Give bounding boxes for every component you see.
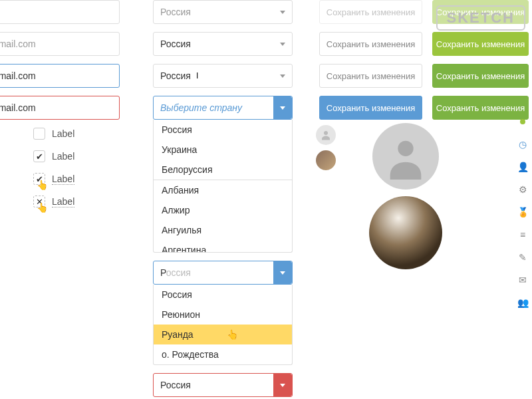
chevron-down-icon	[273, 96, 292, 119]
dropdown-item[interactable]: Россия	[154, 120, 292, 140]
avatar-photo-large[interactable]	[369, 196, 442, 269]
save-button-default2[interactable]: Сохранить изменения	[319, 64, 422, 88]
clock-icon[interactable]: ◷	[517, 139, 528, 150]
dropdown-item-hover[interactable]: Руанда👆	[154, 325, 292, 344]
save-button-disabled: Сохранить изменения	[319, 0, 422, 24]
user-icon[interactable]: 👤	[517, 162, 528, 172]
email-input-focused[interactable]	[0, 64, 120, 88]
pointer-cursor-icon: 👆	[227, 329, 238, 340]
avatar-list-small	[316, 120, 336, 176]
checkbox-label: Label	[52, 196, 74, 207]
select-error[interactable]: Россия	[153, 373, 293, 397]
chevron-down-icon	[273, 1, 292, 23]
checkbox-label: Label	[52, 151, 74, 162]
save-button-green[interactable]: Сохранить изменения	[432, 32, 529, 56]
chevron-down-icon	[273, 65, 292, 87]
gear-icon[interactable]: ⚙	[517, 184, 528, 195]
checkbox-hover-checked[interactable]: ✔ Label 👆	[0, 173, 120, 185]
select-default[interactable]: Россия	[153, 0, 293, 24]
avatar-photo-small[interactable]	[316, 150, 336, 170]
avatar-list-large	[369, 116, 442, 276]
email-input-error[interactable]	[0, 96, 120, 120]
dropdown-item[interactable]: Албания	[154, 180, 292, 200]
save-button-green-active[interactable]: Сохранить изменения	[432, 96, 529, 120]
select-value: Россия	[154, 70, 273, 81]
svg-point-0	[324, 131, 328, 135]
chevron-down-icon	[273, 261, 292, 284]
select-value: Россия	[154, 380, 273, 390]
text-input-empty[interactable]	[0, 0, 120, 24]
checkbox-box: ✕	[33, 196, 45, 207]
dropdown-filtered-list: Россия Реюнион Руанда👆 о. Рождества	[153, 285, 293, 365]
chevron-down-icon	[273, 33, 292, 55]
checkbox-box	[33, 128, 45, 140]
dropdown-country-list: Россия Украина Белоруссия Албания Алжир …	[153, 120, 293, 253]
dropdown-item[interactable]: Белоруссия	[154, 160, 292, 180]
icon-rail: ◷ 👤 ⚙ 🏅 ≡ ✎ ✉ 👥	[517, 116, 528, 320]
checkbox-checked[interactable]: ✔ Label	[0, 150, 120, 162]
checkbox-label: Label	[52, 128, 74, 139]
badge-icon[interactable]: 🏅	[517, 207, 528, 217]
select-placeholder: Выберите страну	[154, 102, 273, 113]
pencil-icon[interactable]: ✎	[517, 252, 528, 263]
select-value: Россия	[154, 267, 273, 278]
save-button-default[interactable]: Сохранить изменения	[319, 32, 422, 56]
chevron-down-icon	[273, 374, 292, 396]
checkbox-box: ✔	[33, 150, 45, 162]
user-icon	[382, 133, 429, 180]
svg-point-1	[398, 141, 413, 156]
avatar-placeholder-large[interactable]	[372, 123, 439, 190]
select-open-typed[interactable]: Россия	[153, 261, 293, 285]
dropdown-item[interactable]: Ангуилья	[154, 220, 292, 240]
select-editing[interactable]: Россия I	[153, 64, 293, 88]
status-dot-green	[517, 116, 528, 127]
menu-icon[interactable]: ≡	[517, 229, 528, 240]
dropdown-item[interactable]: о. Рождества	[154, 344, 292, 364]
user-icon	[320, 129, 332, 141]
dropdown-item[interactable]: Россия	[154, 285, 292, 305]
save-button-green-hover[interactable]: Сохранить изменения	[432, 64, 529, 88]
watermark: SKETCH	[436, 5, 525, 31]
dropdown-item[interactable]: Украина	[154, 140, 292, 160]
checkbox-hover-x[interactable]: ✕ Label 👆	[0, 196, 120, 207]
email-input-normal[interactable]	[0, 32, 120, 56]
checkbox-unchecked[interactable]: Label	[0, 128, 120, 140]
avatar-placeholder-small[interactable]	[316, 125, 336, 145]
checkbox-label: Label	[52, 174, 74, 185]
select-value: Россия	[154, 7, 273, 17]
select-open-placeholder[interactable]: Выберите страну	[153, 96, 293, 120]
checkbox-box: ✔	[33, 173, 45, 185]
mail-icon[interactable]: ✉	[517, 275, 528, 285]
dropdown-item[interactable]: Аргентина	[154, 240, 292, 253]
select-filled[interactable]: Россия	[153, 32, 293, 56]
add-user-icon[interactable]: 👥	[517, 297, 528, 308]
select-value: Россия	[154, 39, 273, 49]
dropdown-item[interactable]: Реюнион	[154, 305, 292, 325]
dropdown-item[interactable]: Алжир	[154, 200, 292, 220]
